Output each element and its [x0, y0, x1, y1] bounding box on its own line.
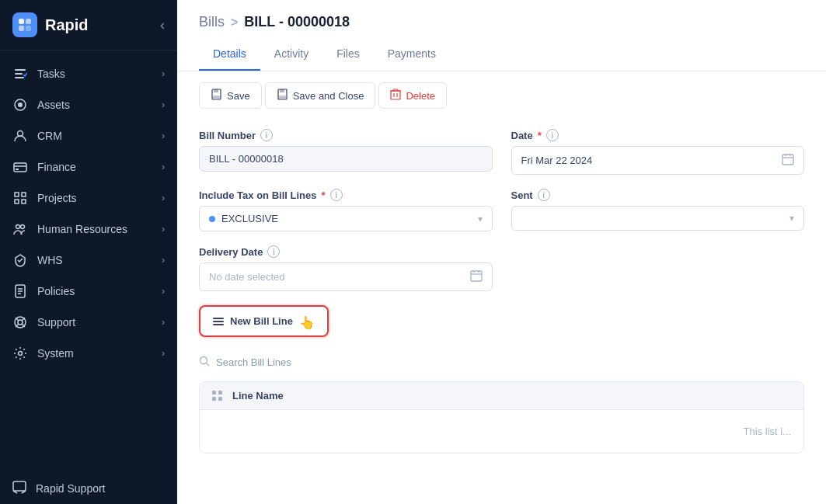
system-icon [12, 346, 28, 361]
form-row-3: Delivery Date i No date selected [199, 245, 804, 291]
svg-point-46 [200, 357, 207, 364]
svg-point-19 [18, 320, 23, 325]
svg-rect-0 [19, 19, 24, 24]
tab-details[interactable]: Details [199, 41, 260, 71]
date-value: Fri Mar 22 2024 [521, 155, 782, 166]
assets-icon [12, 97, 28, 113]
bill-number-info-icon[interactable]: i [260, 129, 273, 141]
policies-label: Policies [37, 285, 152, 297]
search-bill-lines-row: Search Bill Lines [199, 356, 804, 369]
delete-button[interactable]: Delete [378, 82, 447, 109]
svg-rect-33 [279, 96, 286, 99]
sidebar-item-system[interactable]: System › [0, 338, 177, 369]
rapid-support-label: Rapid Support [36, 482, 106, 495]
toolbar: Save Save and Close Delete [177, 71, 826, 115]
new-bill-line-area: New Bill Line 👆 [199, 305, 804, 348]
sidebar-item-tasks[interactable]: Tasks › [0, 58, 177, 89]
tax-status-dot [209, 216, 215, 222]
svg-rect-11 [16, 169, 19, 170]
page-header: Bills > BILL - 00000018 Details Activity… [177, 0, 826, 71]
svg-point-13 [21, 225, 25, 229]
svg-rect-10 [14, 163, 26, 172]
breadcrumb-parent[interactable]: Bills [199, 14, 225, 30]
delivery-date-input[interactable]: No date selected [199, 262, 493, 291]
svg-point-24 [19, 352, 23, 356]
svg-rect-5 [15, 73, 23, 75]
sent-select[interactable]: ▾ [511, 206, 805, 231]
include-tax-select[interactable]: EXCLUSIVE ▾ [199, 206, 493, 231]
delivery-date-info-icon[interactable]: i [267, 245, 280, 258]
date-label: Date * i [511, 129, 805, 141]
bill-number-input[interactable] [199, 146, 493, 172]
support-label: Support [37, 316, 152, 328]
assets-arrow-icon: › [162, 99, 165, 110]
sidebar-item-assets[interactable]: Assets › [0, 89, 177, 120]
new-bill-line-label: New Bill Line [230, 315, 293, 327]
date-required-indicator: * [538, 130, 542, 141]
finance-label: Finance [37, 161, 152, 173]
app-logo-icon [12, 12, 37, 37]
tab-files[interactable]: Files [322, 41, 374, 71]
sidebar-item-projects[interactable]: Projects › [0, 182, 177, 214]
projects-arrow-icon: › [162, 193, 165, 203]
sidebar-item-whs[interactable]: WHS › [0, 245, 177, 276]
column-reorder-icon [212, 391, 223, 401]
form-content: Bill Number i Date * i Fri Mar 22 2024 [177, 115, 826, 504]
sidebar-collapse-icon[interactable]: ‹ [160, 17, 165, 33]
human-resources-arrow-icon: › [162, 224, 165, 235]
tab-activity[interactable]: Activity [260, 41, 322, 71]
bill-lines-table: Line Name This list i... [199, 381, 804, 454]
breadcrumb: Bills > BILL - 00000018 [199, 14, 804, 30]
bill-number-group: Bill Number i [199, 129, 493, 175]
sidebar-item-policies[interactable]: Policies › [0, 276, 177, 307]
svg-rect-38 [782, 155, 793, 165]
rapid-support-item[interactable]: Rapid Support [0, 472, 177, 504]
projects-icon [12, 190, 28, 206]
save-button[interactable]: Save [199, 82, 262, 109]
form-row-2: Include Tax on Bill Lines * i EXCLUSIVE … [199, 189, 804, 231]
crm-icon [12, 128, 28, 144]
new-bill-line-button[interactable]: New Bill Line 👆 [199, 305, 329, 337]
tasks-arrow-icon: › [162, 68, 165, 79]
svg-point-8 [18, 103, 23, 107]
tab-bar: Details Activity Files Payments [199, 41, 804, 71]
svg-rect-30 [213, 96, 220, 99]
human-resources-icon [12, 221, 28, 237]
bill-number-label: Bill Number i [199, 129, 493, 141]
sidebar-item-human-resources[interactable]: Human Resources › [0, 214, 177, 245]
save-label: Save [227, 90, 250, 102]
calendar-icon[interactable] [782, 153, 794, 168]
column-line-name: Line Name [232, 390, 284, 401]
search-icon [199, 356, 210, 369]
policies-icon [12, 283, 28, 299]
delivery-calendar-icon[interactable] [470, 269, 483, 284]
date-input-wrapper[interactable]: Fri Mar 22 2024 [511, 146, 805, 175]
include-tax-group: Include Tax on Bill Lines * i EXCLUSIVE … [199, 189, 493, 231]
system-arrow-icon: › [162, 348, 165, 359]
whs-arrow-icon: › [162, 255, 165, 266]
rapid-support-icon [12, 480, 26, 496]
svg-rect-34 [391, 91, 400, 99]
sidebar-item-finance[interactable]: Finance › [0, 151, 177, 182]
crm-label: CRM [37, 130, 152, 142]
support-icon [12, 315, 28, 330]
tab-payments[interactable]: Payments [374, 41, 450, 71]
sent-info-icon[interactable]: i [538, 189, 550, 201]
search-bill-lines-text[interactable]: Search Bill Lines [216, 356, 291, 368]
human-resources-label: Human Resources [37, 223, 152, 235]
delete-icon [390, 89, 401, 103]
tasks-label: Tasks [37, 68, 152, 80]
date-info-icon[interactable]: i [546, 129, 559, 141]
empty-group [511, 245, 805, 291]
save-close-icon [277, 89, 288, 103]
sent-group: Sent i ▾ [511, 189, 805, 231]
tax-info-icon[interactable]: i [330, 189, 343, 201]
svg-rect-29 [214, 89, 218, 92]
svg-rect-32 [280, 89, 284, 92]
sent-label: Sent i [511, 189, 805, 201]
delivery-date-label: Delivery Date i [199, 245, 493, 258]
save-and-close-button[interactable]: Save and Close [265, 82, 376, 109]
sidebar-logo: Rapid ‹ [0, 0, 177, 50]
sidebar-item-support[interactable]: Support › [0, 307, 177, 338]
sidebar-item-crm[interactable]: CRM › [0, 120, 177, 151]
